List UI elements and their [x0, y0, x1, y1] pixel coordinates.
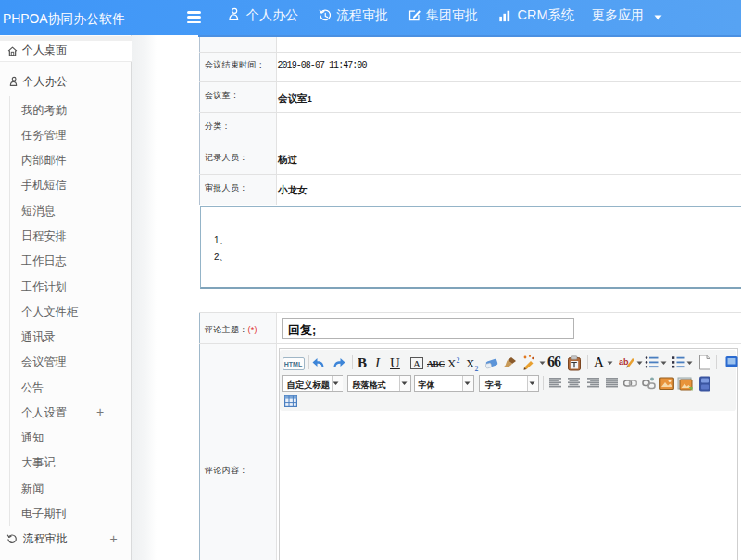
svg-text:ab: ab: [619, 357, 629, 367]
